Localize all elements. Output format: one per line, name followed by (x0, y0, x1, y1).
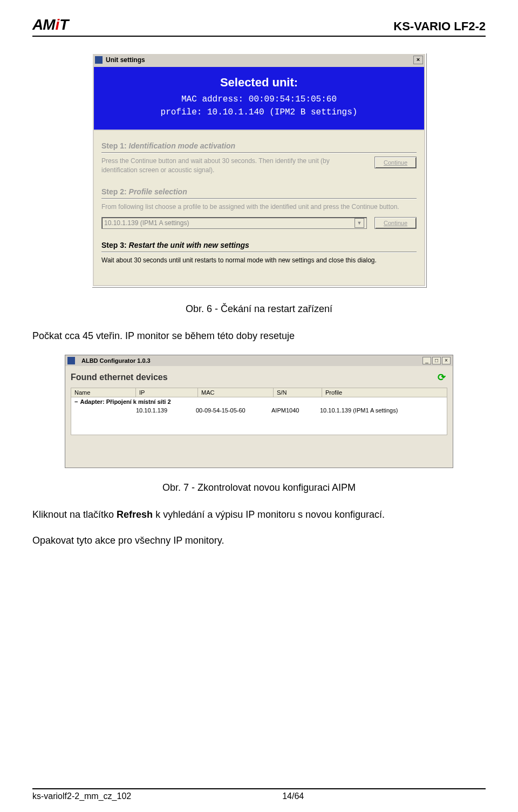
col-ip: IP (136, 388, 198, 397)
step-1: Step 1: Identification mode activation P… (101, 141, 417, 175)
chevron-down-icon: ▼ (355, 218, 364, 228)
refresh-icon[interactable]: ⟳ (435, 371, 447, 383)
continue-button-2[interactable]: Continue (374, 217, 417, 229)
col-sn: S/N (274, 388, 322, 397)
device-row[interactable]: 10.10.1.139 00-09-54-15-05-60 AIPM1040 1… (71, 406, 447, 415)
doc-title: KS-VARIO LF2-2 (393, 19, 486, 33)
minimize-icon[interactable]: _ (422, 357, 431, 364)
found-devices-label: Found ethernet devices (71, 373, 168, 382)
col-mac: MAC (198, 388, 274, 397)
window-icon (95, 56, 103, 64)
logo: AMiT (32, 16, 68, 33)
footer-page: 14/64 (282, 791, 304, 801)
adapter-label: Adapter: Připojení k místní síti 2 (80, 398, 171, 405)
step1-label: Identification mode activation (129, 141, 236, 150)
device-list-header: Name IP MAC S/N Profile (71, 388, 447, 397)
body-text-3: Opakovat tyto akce pro všechny IP monito… (32, 533, 486, 547)
cell-mac: 00-09-54-15-05-60 (196, 407, 271, 414)
col-name: Name (71, 388, 136, 397)
cell-sn: AIPM1040 (271, 407, 320, 414)
device-list: − Adapter: Připojení k místní síti 2 10.… (71, 397, 447, 435)
continue-button-1[interactable]: Continue (374, 157, 417, 168)
title-bar: Unit settings × (93, 54, 425, 66)
window-title: Unit settings (106, 56, 145, 64)
col-profile: Profile (322, 388, 447, 397)
adapter-row[interactable]: − Adapter: Připojení k místní síti 2 (71, 397, 447, 406)
step-3: Step 3: Restart the unit with new settin… (101, 241, 417, 265)
selected-unit-label: Selected unit: (99, 76, 419, 90)
close-icon[interactable]: × (442, 357, 451, 364)
albd-window: ALBD Configurator 1.0.3 _ □ × Found ethe… (65, 355, 453, 468)
albd-title-bar: ALBD Configurator 1.0.3 _ □ × (65, 355, 453, 366)
figure-7-caption: Obr. 7 - Zkontrolovat novou konfiguraci … (32, 482, 486, 493)
step2-text: From following list choose a profile to … (101, 202, 417, 212)
step2-label: Profile selection (129, 187, 187, 196)
profile-select-value: 10.10.1.139 (IPM1 A settings) (104, 219, 189, 227)
refresh-bold: Refresh (117, 509, 153, 520)
step3-num: Step 3: (101, 241, 127, 249)
close-icon[interactable]: × (413, 56, 423, 64)
profile-select[interactable]: 10.10.1.139 (IPM1 A settings) ▼ (101, 217, 367, 229)
step1-text: Press the Continue button and wait about… (101, 157, 367, 175)
figure-6-caption: Obr. 6 - Čekání na restart zařízení (32, 303, 486, 315)
page-header: AMiT KS-VARIO LF2-2 (32, 16, 486, 37)
footer-file: ks-variolf2-2_mm_cz_102 (32, 791, 131, 801)
cell-profile: 10.10.1.139 (IPM1 A settings) (320, 407, 444, 414)
mac-line: MAC address: 00:09:54:15:05:60 (99, 93, 419, 106)
profile-line: profile: 10.10.1.140 (IPM2 B settings) (99, 106, 419, 119)
step1-num: Step 1: (101, 141, 127, 150)
maximize-icon[interactable]: □ (432, 357, 441, 364)
cell-ip: 10.10.1.139 (136, 407, 196, 414)
step2-num: Step 2: (101, 187, 127, 196)
page-footer: ks-variolf2-2_mm_cz_102 14/64 (32, 788, 486, 801)
step3-text: Wait about 30 seconds until unit restart… (101, 256, 417, 265)
logo-dot-icon: i (56, 16, 59, 33)
window-icon (67, 357, 75, 364)
steps-panel: Step 1: Identification mode activation P… (94, 131, 424, 285)
collapse-icon: − (74, 398, 78, 405)
albd-title: ALBD Configurator 1.0.3 (81, 357, 151, 364)
body-text-2: Kliknout na tlačítko Refresh k vyhledání… (32, 508, 486, 522)
body-text-1: Počkat cca 45 vteřin. IP monitor se běhe… (32, 329, 486, 343)
unit-settings-window: Unit settings × Selected unit: MAC addre… (92, 53, 426, 287)
step-2: Step 2: Profile selection From following… (101, 187, 417, 229)
step3-label: Restart the unit with new settings (129, 241, 249, 249)
selected-unit-panel: Selected unit: MAC address: 00:09:54:15:… (94, 67, 424, 130)
